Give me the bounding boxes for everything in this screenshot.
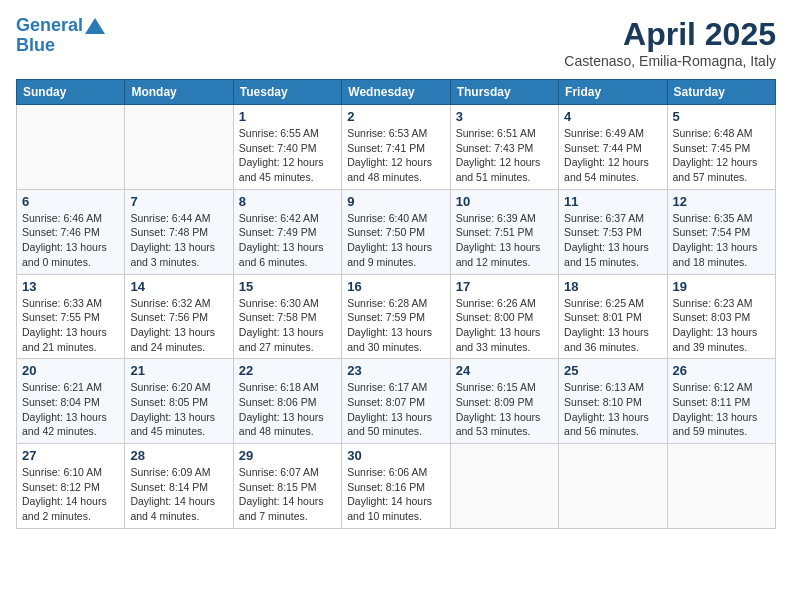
calendar-title: April 2025 xyxy=(564,16,776,53)
day-number: 5 xyxy=(673,109,770,124)
day-info: Sunrise: 6:15 AM Sunset: 8:09 PM Dayligh… xyxy=(456,380,553,439)
day-number: 10 xyxy=(456,194,553,209)
day-number: 19 xyxy=(673,279,770,294)
calendar-cell: 8Sunrise: 6:42 AM Sunset: 7:49 PM Daylig… xyxy=(233,189,341,274)
logo-line1: General xyxy=(16,15,83,35)
day-number: 21 xyxy=(130,363,227,378)
day-info: Sunrise: 6:37 AM Sunset: 7:53 PM Dayligh… xyxy=(564,211,661,270)
day-number: 25 xyxy=(564,363,661,378)
day-number: 4 xyxy=(564,109,661,124)
weekday-header-wednesday: Wednesday xyxy=(342,80,450,105)
day-number: 16 xyxy=(347,279,444,294)
day-number: 20 xyxy=(22,363,119,378)
day-info: Sunrise: 6:23 AM Sunset: 8:03 PM Dayligh… xyxy=(673,296,770,355)
calendar-cell xyxy=(559,444,667,529)
logo-line2: Blue xyxy=(16,35,55,55)
calendar-cell: 12Sunrise: 6:35 AM Sunset: 7:54 PM Dayli… xyxy=(667,189,775,274)
day-info: Sunrise: 6:06 AM Sunset: 8:16 PM Dayligh… xyxy=(347,465,444,524)
day-number: 23 xyxy=(347,363,444,378)
day-info: Sunrise: 6:13 AM Sunset: 8:10 PM Dayligh… xyxy=(564,380,661,439)
day-number: 30 xyxy=(347,448,444,463)
weekday-header-friday: Friday xyxy=(559,80,667,105)
svg-marker-0 xyxy=(85,18,105,34)
calendar-week-row: 20Sunrise: 6:21 AM Sunset: 8:04 PM Dayli… xyxy=(17,359,776,444)
calendar-cell: 10Sunrise: 6:39 AM Sunset: 7:51 PM Dayli… xyxy=(450,189,558,274)
day-number: 28 xyxy=(130,448,227,463)
logo-triangle-icon xyxy=(85,18,105,34)
day-info: Sunrise: 6:09 AM Sunset: 8:14 PM Dayligh… xyxy=(130,465,227,524)
day-info: Sunrise: 6:28 AM Sunset: 7:59 PM Dayligh… xyxy=(347,296,444,355)
calendar-cell: 4Sunrise: 6:49 AM Sunset: 7:44 PM Daylig… xyxy=(559,105,667,190)
day-info: Sunrise: 6:42 AM Sunset: 7:49 PM Dayligh… xyxy=(239,211,336,270)
calendar-subtitle: Castenaso, Emilia-Romagna, Italy xyxy=(564,53,776,69)
day-info: Sunrise: 6:33 AM Sunset: 7:55 PM Dayligh… xyxy=(22,296,119,355)
calendar-cell: 5Sunrise: 6:48 AM Sunset: 7:45 PM Daylig… xyxy=(667,105,775,190)
calendar-cell: 3Sunrise: 6:51 AM Sunset: 7:43 PM Daylig… xyxy=(450,105,558,190)
day-number: 8 xyxy=(239,194,336,209)
day-number: 29 xyxy=(239,448,336,463)
day-info: Sunrise: 6:44 AM Sunset: 7:48 PM Dayligh… xyxy=(130,211,227,270)
calendar-cell: 30Sunrise: 6:06 AM Sunset: 8:16 PM Dayli… xyxy=(342,444,450,529)
calendar-cell xyxy=(17,105,125,190)
day-number: 15 xyxy=(239,279,336,294)
calendar-week-row: 1Sunrise: 6:55 AM Sunset: 7:40 PM Daylig… xyxy=(17,105,776,190)
day-number: 13 xyxy=(22,279,119,294)
weekday-header-thursday: Thursday xyxy=(450,80,558,105)
day-info: Sunrise: 6:30 AM Sunset: 7:58 PM Dayligh… xyxy=(239,296,336,355)
logo: General Blue xyxy=(16,16,105,56)
calendar-cell xyxy=(125,105,233,190)
weekday-header-monday: Monday xyxy=(125,80,233,105)
calendar-cell: 29Sunrise: 6:07 AM Sunset: 8:15 PM Dayli… xyxy=(233,444,341,529)
calendar-cell: 11Sunrise: 6:37 AM Sunset: 7:53 PM Dayli… xyxy=(559,189,667,274)
day-info: Sunrise: 6:51 AM Sunset: 7:43 PM Dayligh… xyxy=(456,126,553,185)
calendar-week-row: 6Sunrise: 6:46 AM Sunset: 7:46 PM Daylig… xyxy=(17,189,776,274)
day-info: Sunrise: 6:40 AM Sunset: 7:50 PM Dayligh… xyxy=(347,211,444,270)
day-number: 22 xyxy=(239,363,336,378)
calendar-cell: 1Sunrise: 6:55 AM Sunset: 7:40 PM Daylig… xyxy=(233,105,341,190)
calendar-cell: 23Sunrise: 6:17 AM Sunset: 8:07 PM Dayli… xyxy=(342,359,450,444)
calendar-cell xyxy=(667,444,775,529)
calendar-cell: 20Sunrise: 6:21 AM Sunset: 8:04 PM Dayli… xyxy=(17,359,125,444)
day-info: Sunrise: 6:35 AM Sunset: 7:54 PM Dayligh… xyxy=(673,211,770,270)
day-info: Sunrise: 6:17 AM Sunset: 8:07 PM Dayligh… xyxy=(347,380,444,439)
day-info: Sunrise: 6:48 AM Sunset: 7:45 PM Dayligh… xyxy=(673,126,770,185)
calendar-cell: 18Sunrise: 6:25 AM Sunset: 8:01 PM Dayli… xyxy=(559,274,667,359)
day-number: 27 xyxy=(22,448,119,463)
day-info: Sunrise: 6:46 AM Sunset: 7:46 PM Dayligh… xyxy=(22,211,119,270)
weekday-header-tuesday: Tuesday xyxy=(233,80,341,105)
weekday-header-saturday: Saturday xyxy=(667,80,775,105)
calendar-cell: 9Sunrise: 6:40 AM Sunset: 7:50 PM Daylig… xyxy=(342,189,450,274)
logo-text: General Blue xyxy=(16,16,105,56)
calendar-cell: 15Sunrise: 6:30 AM Sunset: 7:58 PM Dayli… xyxy=(233,274,341,359)
calendar-cell: 13Sunrise: 6:33 AM Sunset: 7:55 PM Dayli… xyxy=(17,274,125,359)
calendar-cell: 16Sunrise: 6:28 AM Sunset: 7:59 PM Dayli… xyxy=(342,274,450,359)
day-info: Sunrise: 6:53 AM Sunset: 7:41 PM Dayligh… xyxy=(347,126,444,185)
calendar-cell: 22Sunrise: 6:18 AM Sunset: 8:06 PM Dayli… xyxy=(233,359,341,444)
day-number: 1 xyxy=(239,109,336,124)
day-info: Sunrise: 6:25 AM Sunset: 8:01 PM Dayligh… xyxy=(564,296,661,355)
calendar-week-row: 13Sunrise: 6:33 AM Sunset: 7:55 PM Dayli… xyxy=(17,274,776,359)
day-number: 18 xyxy=(564,279,661,294)
day-info: Sunrise: 6:21 AM Sunset: 8:04 PM Dayligh… xyxy=(22,380,119,439)
calendar-cell: 28Sunrise: 6:09 AM Sunset: 8:14 PM Dayli… xyxy=(125,444,233,529)
calendar-cell: 7Sunrise: 6:44 AM Sunset: 7:48 PM Daylig… xyxy=(125,189,233,274)
day-info: Sunrise: 6:20 AM Sunset: 8:05 PM Dayligh… xyxy=(130,380,227,439)
calendar-cell: 19Sunrise: 6:23 AM Sunset: 8:03 PM Dayli… xyxy=(667,274,775,359)
day-info: Sunrise: 6:49 AM Sunset: 7:44 PM Dayligh… xyxy=(564,126,661,185)
day-number: 12 xyxy=(673,194,770,209)
day-number: 6 xyxy=(22,194,119,209)
calendar-cell: 27Sunrise: 6:10 AM Sunset: 8:12 PM Dayli… xyxy=(17,444,125,529)
calendar-cell: 24Sunrise: 6:15 AM Sunset: 8:09 PM Dayli… xyxy=(450,359,558,444)
day-info: Sunrise: 6:18 AM Sunset: 8:06 PM Dayligh… xyxy=(239,380,336,439)
day-number: 17 xyxy=(456,279,553,294)
day-info: Sunrise: 6:55 AM Sunset: 7:40 PM Dayligh… xyxy=(239,126,336,185)
calendar-cell: 25Sunrise: 6:13 AM Sunset: 8:10 PM Dayli… xyxy=(559,359,667,444)
day-info: Sunrise: 6:32 AM Sunset: 7:56 PM Dayligh… xyxy=(130,296,227,355)
day-number: 24 xyxy=(456,363,553,378)
day-number: 7 xyxy=(130,194,227,209)
day-number: 11 xyxy=(564,194,661,209)
day-info: Sunrise: 6:12 AM Sunset: 8:11 PM Dayligh… xyxy=(673,380,770,439)
day-number: 26 xyxy=(673,363,770,378)
day-info: Sunrise: 6:10 AM Sunset: 8:12 PM Dayligh… xyxy=(22,465,119,524)
calendar-cell: 21Sunrise: 6:20 AM Sunset: 8:05 PM Dayli… xyxy=(125,359,233,444)
